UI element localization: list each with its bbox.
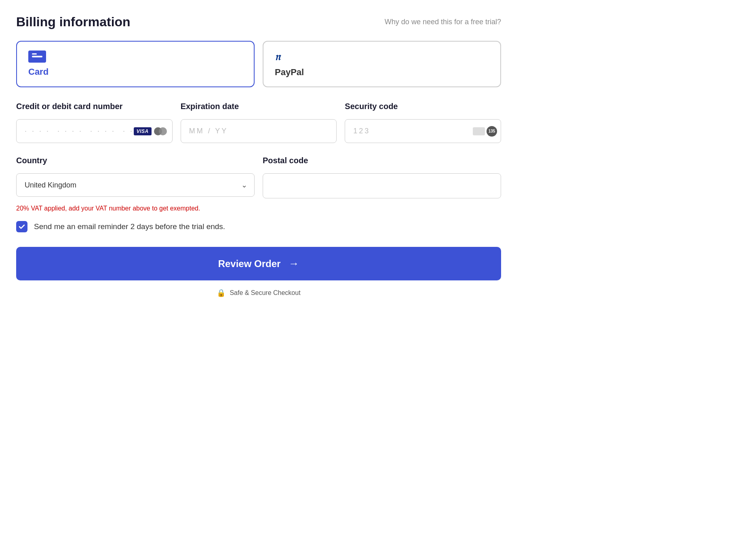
free-trial-link: Why do we need this for a free trial?	[385, 18, 501, 26]
card-number-label: Credit or debit card number	[16, 102, 173, 111]
visa-icon: VISA	[134, 127, 152, 135]
expiration-field-group: Expiration date	[181, 102, 337, 143]
postal-code-input[interactable]	[263, 173, 501, 198]
country-postal-row: Country United Kingdom United States Can…	[16, 156, 501, 213]
checkmark-icon	[19, 223, 25, 230]
review-order-label: Review Order	[218, 258, 281, 269]
page-title: Billing information	[16, 15, 131, 29]
security-code-field-group: Security code 135	[345, 102, 501, 143]
card-payment-option[interactable]: Card	[16, 41, 255, 87]
security-code-wrapper: 135	[345, 119, 501, 143]
review-order-button[interactable]: Review Order →	[16, 247, 501, 280]
paypal-payment-option[interactable]: 𝔫 PayPal	[263, 41, 501, 87]
vat-warning: 20% VAT applied, add your VAT number abo…	[16, 204, 255, 213]
card-number-field-group: Credit or debit card number VISA	[16, 102, 173, 143]
country-field-group: Country United Kingdom United States Can…	[16, 156, 255, 213]
card-option-label: Card	[28, 67, 242, 77]
payment-methods: Card 𝔫 PayPal	[16, 41, 501, 87]
maestro-icon	[154, 127, 167, 136]
billing-header: Billing information Why do we need this …	[16, 15, 501, 29]
card-number-wrapper: VISA	[16, 119, 173, 143]
expiration-label: Expiration date	[181, 102, 337, 111]
paypal-option-label: PayPal	[275, 67, 489, 78]
email-reminder-row: Send me an email reminder 2 days before …	[16, 221, 501, 232]
secure-checkout: 🔒 Safe & Secure Checkout	[16, 288, 501, 297]
secure-checkout-label: Safe & Secure Checkout	[230, 289, 300, 297]
arrow-icon: →	[289, 257, 299, 270]
country-select-wrapper: United Kingdom United States Canada Aust…	[16, 173, 255, 197]
postal-code-field-group: Postal code	[263, 156, 501, 198]
card-type-icons: VISA	[134, 127, 167, 136]
paypal-icon: 𝔫	[275, 51, 489, 63]
country-select[interactable]: United Kingdom United States Canada Aust…	[16, 173, 255, 197]
lock-icon: 🔒	[217, 288, 225, 297]
country-label: Country	[16, 156, 255, 165]
expiration-wrapper	[181, 119, 337, 143]
expiration-input[interactable]	[181, 119, 337, 143]
postal-code-label: Postal code	[263, 156, 501, 165]
security-card-icon	[473, 127, 485, 135]
card-icon	[28, 51, 46, 63]
security-code-label: Security code	[345, 102, 501, 111]
email-reminder-label: Send me an email reminder 2 days before …	[34, 222, 225, 231]
card-icon-inner	[32, 56, 42, 57]
security-cvv-badge: 135	[487, 126, 497, 137]
email-reminder-checkbox[interactable]	[16, 221, 27, 232]
